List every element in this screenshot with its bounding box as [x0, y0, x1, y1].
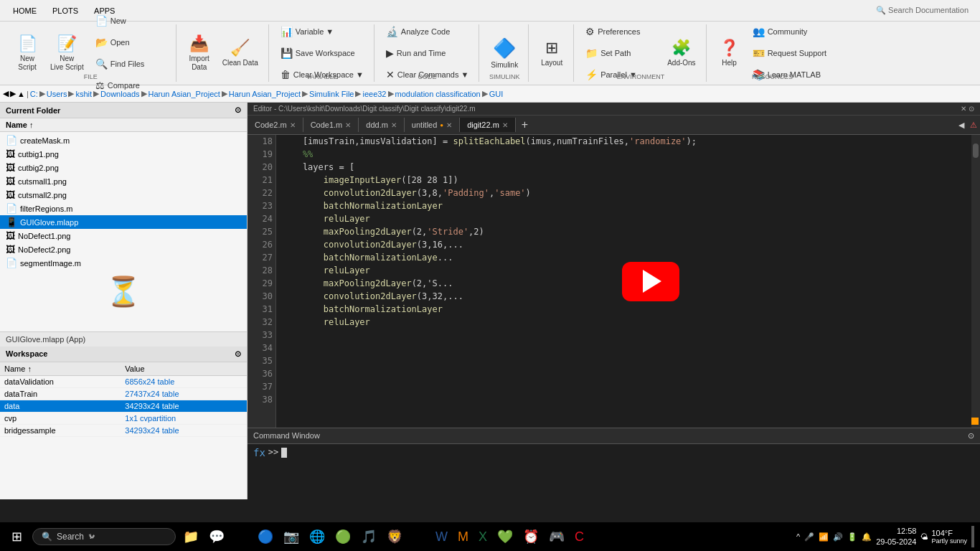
- taskbar-chevron-icon[interactable]: ^: [796, 532, 800, 541]
- open-button[interactable]: 📂 Open: [91, 32, 170, 52]
- plots-menu[interactable]: PLOTS: [45, 4, 85, 18]
- save-workspace-button[interactable]: 💾 Save Workspace: [276, 43, 368, 63]
- code-editor-area[interactable]: 1819202122 2324252627 2829303132 3334353…: [248, 135, 980, 428]
- addr-modclass[interactable]: modulation classification: [395, 90, 481, 98]
- nav-up-icon[interactable]: ▲: [17, 90, 25, 98]
- tab-digit22[interactable]: digit22.m ✕: [460, 118, 516, 132]
- editor-close-icon[interactable]: ✕ ⊙: [961, 105, 974, 113]
- youtube-overlay[interactable]: [579, 231, 722, 331]
- taskbar-red-icon[interactable]: C: [572, 527, 587, 547]
- taskbar-clock-icon[interactable]: ⏰: [520, 526, 542, 547]
- new-script-button[interactable]: 📄 NewScript: [11, 29, 43, 77]
- workspace-close[interactable]: ⊙: [235, 349, 241, 359]
- taskbar-camera-icon[interactable]: 📷: [281, 526, 302, 547]
- taskbar-files-icon[interactable]: 🗂: [410, 527, 428, 547]
- taskbar-whatsapp-icon[interactable]: 💚: [494, 526, 516, 547]
- search-docs[interactable]: 🔍 Search Documentation: [876, 6, 969, 15]
- addr-kshit[interactable]: kshit: [75, 90, 92, 98]
- table-row-selected[interactable]: data 34293x24 table: [0, 400, 247, 413]
- table-row[interactable]: dataTrain 27437x24 table: [0, 388, 247, 400]
- taskbar-mic-icon[interactable]: 🎤: [804, 532, 814, 542]
- taskbar-word-icon[interactable]: W: [433, 527, 451, 547]
- table-row[interactable]: bridgessample 34293x24 table: [0, 425, 247, 437]
- editor-scrollbar[interactable]: [971, 135, 980, 428]
- cmd-collapse-icon[interactable]: ⊙: [968, 431, 974, 441]
- file-item[interactable]: 🖼 cutbig1.png: [0, 147, 247, 161]
- tab-code1[interactable]: Code1.m ✕: [303, 118, 359, 132]
- taskbar-gaming-icon[interactable]: 🎮: [546, 526, 567, 547]
- tab-ddd[interactable]: ddd.m ✕: [359, 118, 405, 132]
- addr-gui[interactable]: GUI: [489, 90, 504, 98]
- taskbar-excel-icon[interactable]: X: [476, 527, 490, 547]
- editor-minimize-icon[interactable]: ◀: [956, 118, 967, 133]
- home-menu[interactable]: HOME: [6, 4, 44, 18]
- tab-close-code1[interactable]: ✕: [345, 121, 351, 129]
- taskbar-brave-icon[interactable]: 🦁: [384, 526, 405, 547]
- file-item-selected[interactable]: 📱 GUIGlove.mlapp: [0, 215, 247, 229]
- tab-code2[interactable]: Code2.m ✕: [248, 118, 303, 132]
- import-data-button[interactable]: 📥 ImportData: [184, 29, 215, 77]
- taskbar-edge-icon[interactable]: 🌐: [306, 526, 328, 547]
- file-item[interactable]: 🖼 NoDefect1.png: [0, 229, 247, 242]
- file-item[interactable]: 🖼 cutsmall1.png: [0, 174, 247, 188]
- file-item[interactable]: 📄 segmentImage.m: [0, 256, 247, 270]
- file-item[interactable]: 🖼 cutsmall2.png: [0, 188, 247, 202]
- taskbar-teams-icon[interactable]: 💬: [206, 526, 227, 547]
- taskbar-media-icon[interactable]: 🎵: [358, 526, 380, 547]
- weather-widget[interactable]: 🌤 104°F Partly sunny: [920, 529, 967, 545]
- file-item[interactable]: 🖼 cutbig2.png: [0, 161, 247, 174]
- tab-close-ddd[interactable]: ✕: [391, 121, 397, 129]
- run-and-time-button[interactable]: ▶ Run and Time: [382, 43, 473, 63]
- add-ons-button[interactable]: 🧩 Add-Ons: [663, 29, 699, 77]
- addr-simulink[interactable]: Simulink File: [309, 90, 354, 98]
- addr-users[interactable]: Users: [47, 90, 67, 98]
- start-button[interactable]: ⊞: [6, 526, 28, 547]
- cmd-content[interactable]: fx >>: [248, 444, 980, 499]
- scrollbar-thumb[interactable]: [973, 143, 979, 158]
- taskbar-battery-icon[interactable]: 🔋: [847, 532, 857, 542]
- tab-untitled[interactable]: untitled ● ✕: [405, 118, 460, 132]
- taskbar-calc-icon[interactable]: 🔵: [255, 526, 276, 547]
- simulink-button[interactable]: 🔷 Simulink: [486, 29, 522, 77]
- addr-project2[interactable]: Harun Asian_Project: [229, 90, 301, 98]
- tab-close-code2[interactable]: ✕: [290, 121, 296, 129]
- workspace-title: Workspace: [6, 349, 48, 359]
- new-button[interactable]: 📄 New: [91, 11, 170, 31]
- analyze-code-button[interactable]: 🔬 Analyze Code: [382, 22, 473, 42]
- set-path-button[interactable]: 📁 Set Path: [581, 43, 660, 63]
- help-button[interactable]: ❓ Help: [714, 29, 745, 77]
- taskbar-volume-icon[interactable]: 🔊: [833, 532, 843, 542]
- taskbar-notification-icon[interactable]: 🔔: [862, 532, 872, 542]
- taskbar-explorer-icon[interactable]: 📁: [180, 526, 202, 547]
- compare-icon: ⚖: [95, 80, 105, 91]
- table-row[interactable]: cvp 1x1 cvpartition: [0, 413, 247, 425]
- find-files-button[interactable]: 🔍 Find Files: [91, 54, 170, 74]
- youtube-play-button[interactable]: [622, 262, 679, 301]
- file-item[interactable]: 📄 createMask.m: [0, 133, 247, 147]
- file-item[interactable]: 🖼 NoDefect2.png: [0, 242, 247, 256]
- tab-close-untitled[interactable]: ✕: [446, 121, 452, 129]
- time-display[interactable]: 12:58 29-05-2024: [876, 526, 916, 548]
- add-tab-button[interactable]: +: [516, 116, 534, 134]
- taskbar-matlab-icon[interactable]: M: [455, 527, 471, 547]
- nav-back-icon[interactable]: ◀: [3, 89, 9, 98]
- notification-sidebar-button[interactable]: [971, 526, 974, 547]
- taskbar-maps-icon[interactable]: 🗺: [232, 527, 250, 547]
- addr-c[interactable]: C:: [30, 90, 38, 98]
- table-row[interactable]: dataValidation 6856x24 table: [0, 376, 247, 388]
- new-live-script-button[interactable]: 📝 NewLive Script: [46, 29, 88, 77]
- variable-button[interactable]: 📊 Variable ▼: [276, 22, 368, 42]
- current-folder-close[interactable]: ⊙: [235, 105, 241, 115]
- layout-button[interactable]: ⊞ Layout: [536, 29, 567, 77]
- taskbar-green-icon[interactable]: 🟢: [332, 526, 354, 547]
- taskbar-wifi-icon[interactable]: 📶: [819, 532, 829, 542]
- addr-ieee[interactable]: ieee32: [362, 90, 386, 98]
- search-box[interactable]: 🔍 Search 🐿: [32, 528, 176, 545]
- clean-data-button[interactable]: 🧹 Clean Data: [218, 29, 263, 77]
- request-support-button[interactable]: 🎫 Request Support: [748, 43, 831, 63]
- preferences-button[interactable]: ⚙ Preferences: [581, 22, 660, 42]
- tab-close-digit22[interactable]: ✕: [502, 121, 508, 129]
- community-button[interactable]: 👥 Community: [748, 22, 831, 42]
- nav-forward-icon[interactable]: ▶: [10, 89, 16, 98]
- file-item[interactable]: 📄 filterRegions.m: [0, 202, 247, 215]
